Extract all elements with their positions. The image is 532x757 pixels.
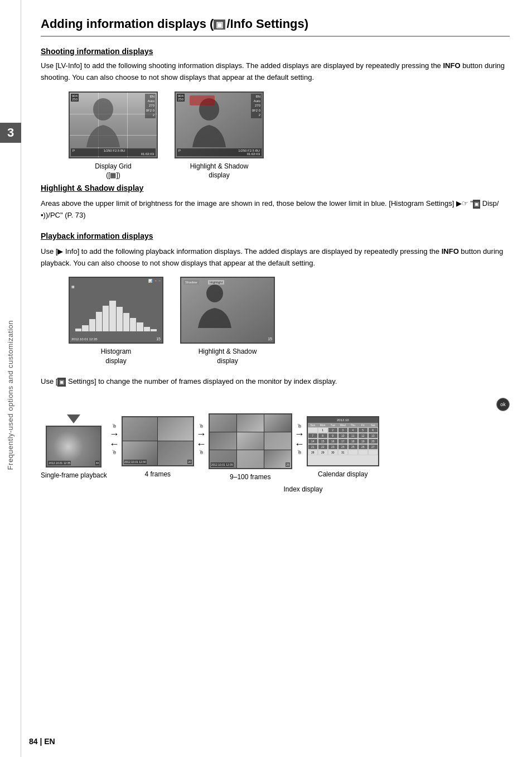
page-num: 84 <box>29 737 38 746</box>
cal-day-cell: 10 <box>338 433 348 438</box>
info-bold: INFO <box>443 61 460 70</box>
playback-heading: Playback information displays <box>41 232 510 240</box>
cal-day-cell: 22 <box>318 444 328 450</box>
single-frame-meta: 30 <box>95 461 100 465</box>
playback-images-row: 📊←→ ▦ <box>69 277 510 366</box>
cal-day-cell: 6 <box>368 427 378 433</box>
cal-mon: Mon <box>318 423 328 427</box>
cal-day-cell: 28 <box>308 450 318 455</box>
cal-day-cell: 11 <box>348 433 358 438</box>
histogram-screen: 📊←→ ▦ <box>69 277 163 344</box>
arrow-3: 🖱 → ← 🖱 <box>292 423 307 455</box>
display-grid-screen: 904250 BNAuto2700F2 02 P 1/250 F2.5 BU <box>69 91 158 158</box>
cal-tue: Tue <box>328 423 338 427</box>
cal-day-cell: 1 <box>318 427 328 433</box>
cal-day-cell: 9 <box>328 433 338 438</box>
four-frame-screen: 2012.10.01 12:30 20 <box>122 416 194 466</box>
hs-playback-svg <box>195 283 234 328</box>
index-display-label: Index display <box>96 485 510 493</box>
highlight-shadow-item: 904250 BNAuto2700F2 02 P 1/250 F2.5 BU 0… <box>175 91 264 181</box>
left-arrow-1: ← <box>109 439 119 449</box>
svg-point-2 <box>206 285 223 302</box>
sidebar-label: Frequently-used options and customizatio… <box>6 320 14 470</box>
cal-day-cell: 12 <box>358 433 368 438</box>
four-frame-date: 2012.10.01 12:30 <box>124 460 147 464</box>
cal-day-cell: 30 <box>328 450 338 455</box>
display-grid-caption: Display Grid([▦]) <box>95 162 131 181</box>
cal-sat: Sat <box>368 423 378 427</box>
index-settings-icon: ▣ <box>57 378 66 387</box>
index-body: Use [▣ Settings] to change the number of… <box>41 376 510 388</box>
histogram-item: 📊←→ ▦ <box>69 277 163 366</box>
en-label: EN <box>44 737 55 746</box>
highlight-red-overlay <box>190 95 215 105</box>
single-frame-label: Single-frame playback <box>41 471 107 480</box>
hs-cam-top-right: BNAuto2700F2 02 <box>251 94 262 118</box>
histogram-top-overlay: ▦ <box>71 285 75 288</box>
scroll-icon-bottom-3: 🖱 <box>297 449 302 455</box>
nine-frames-label: 9–100 frames <box>230 472 270 482</box>
nine-cell-5 <box>237 432 264 450</box>
hs-playback-caption: Highlight & Shadowdisplay <box>199 347 257 366</box>
playback-body: Use [▶ Info] to add the following playba… <box>41 246 510 269</box>
page-container: 3 Frequently-used options and customizat… <box>0 0 532 757</box>
cal-day-cell: 29 <box>318 450 328 455</box>
four-frame-num: 20 <box>187 460 192 464</box>
nine-grid <box>210 414 291 468</box>
left-arrow-2: ← <box>196 439 206 449</box>
nine-date: 2012.10.01 12:35 <box>211 462 234 467</box>
histogram-frame-num: 15 <box>156 337 161 341</box>
main-content: Adding information displays (▣/Info Sett… <box>21 0 532 757</box>
right-arrow-2: → <box>196 429 206 439</box>
ok-badge: ok <box>496 398 510 411</box>
histogram-date: 2012.10.01 12:35 <box>71 337 98 341</box>
nine-cell-1 <box>210 414 236 432</box>
cal-day-cell <box>348 450 358 455</box>
cal-day-cell: 24 <box>338 444 348 450</box>
display-grid-item: 904250 BNAuto2700F2 02 P 1/250 F2.5 BU <box>69 91 158 181</box>
index-frames-row: 2012.10.01 12:35 30 Single-frame playbac… <box>41 413 510 482</box>
four-cell-1 <box>123 417 158 441</box>
cal-day-cell: 31 <box>338 450 348 455</box>
cal-days-grid: 1234567891011121314151617181920212223242… <box>308 427 378 455</box>
shooting-body: Use [LV-Info] to add the following shoot… <box>41 60 510 84</box>
cal-header: 2012.10 <box>308 417 378 423</box>
page-number: 84 | EN <box>29 737 55 746</box>
portrait-svg <box>81 97 125 147</box>
right-arrow-3: → <box>294 429 304 439</box>
hs-playback-screen: Shadow Highlight 15 <box>180 277 275 344</box>
highlight-shadow-caption: Highlight & Shadowdisplay <box>190 162 249 181</box>
cal-day-cell: 21 <box>308 444 318 450</box>
cal-day-cell: 25 <box>348 444 358 450</box>
four-grid <box>123 417 193 465</box>
page-title: Adding information displays (▣/Info Sett… <box>41 17 510 37</box>
nine-cell-8 <box>237 450 264 467</box>
calendar-screen: 2012.10 Sun Mon Tue Wed Thu Fri Sat 1234… <box>307 416 379 466</box>
single-frame-info: 2012.10.01 12:35 <box>48 461 71 465</box>
nine-frames-container: 2012.10.01 12:35 25 9–100 frames <box>209 413 292 482</box>
four-frames-label: 4 frames <box>144 470 171 479</box>
cal-wed: Wed <box>338 423 348 427</box>
sidebar: 3 Frequently-used options and customizat… <box>0 0 21 757</box>
cal-day-cell <box>368 450 378 455</box>
cal-day-cell: 20 <box>368 438 378 444</box>
cal-day-cell <box>308 427 318 433</box>
shadow-label: Shadow <box>183 280 199 285</box>
calendar-container: 2012.10 Sun Mon Tue Wed Thu Fri Sat 1234… <box>307 416 379 479</box>
scroll-icon-bottom-2: 🖱 <box>199 449 204 455</box>
cal-day-cell: 16 <box>328 438 338 444</box>
histogram-bars <box>75 301 157 331</box>
cal-day-cell: 27 <box>368 444 378 450</box>
svg-point-0 <box>93 98 113 120</box>
scroll-icon-bottom-1: 🖱 <box>112 449 117 455</box>
cal-fri: Fri <box>358 423 368 427</box>
cal-day-cell: 14 <box>308 438 318 444</box>
cal-day-cell: 17 <box>338 438 348 444</box>
calendar-grid: 2012.10 Sun Mon Tue Wed Thu Fri Sat 1234… <box>308 417 378 465</box>
left-arrow-3: ← <box>294 439 304 449</box>
cal-day-cell: 13 <box>368 433 378 438</box>
cal-day-headers: Sun Mon Tue Wed Thu Fri Sat <box>308 423 378 427</box>
shooting-images-row: 904250 BNAuto2700F2 02 P 1/250 F2.5 BU <box>69 91 510 181</box>
hs-cam-top-left: 904250 <box>177 94 185 102</box>
four-frames-container: 2012.10.01 12:30 20 4 frames <box>122 416 194 479</box>
